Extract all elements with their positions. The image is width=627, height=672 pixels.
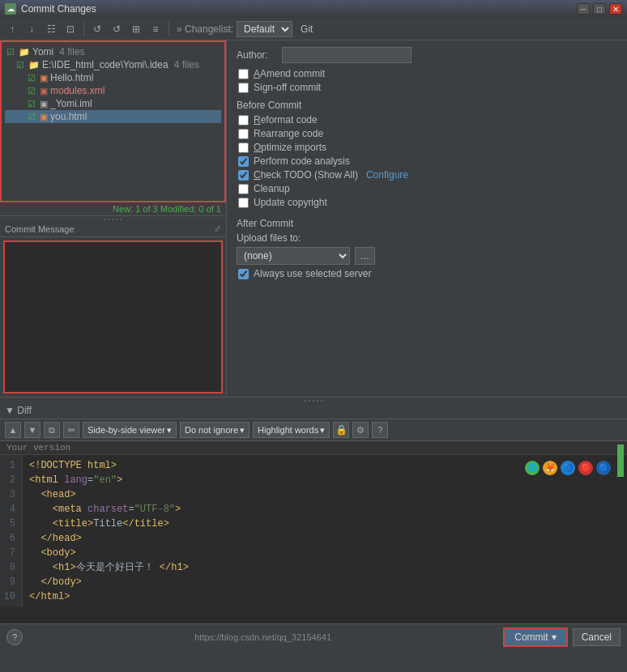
toolbar-btn-5[interactable]: ↺ bbox=[88, 20, 106, 38]
lock-icon-btn[interactable]: 🔒 bbox=[333, 422, 349, 438]
browser-icon-ie: 🔵 bbox=[561, 461, 575, 475]
author-row: Author: bbox=[237, 47, 617, 63]
author-input[interactable] bbox=[282, 47, 412, 63]
perform-checkbox[interactable] bbox=[238, 156, 249, 167]
copyright-checkbox[interactable] bbox=[238, 198, 249, 208]
folder-icon-idea: 📁 bbox=[28, 60, 40, 70]
commit-expand-icon[interactable]: ⤢ bbox=[214, 223, 221, 234]
upload-row: Upload files to: bbox=[237, 232, 617, 244]
diff-up-btn[interactable]: ▲ bbox=[5, 422, 21, 438]
code-line-10: </html> bbox=[29, 589, 621, 604]
code-lines-container: 1 2 3 4 5 6 7 8 9 10 <!DOCTYPE html> <ht… bbox=[0, 455, 627, 607]
close-button[interactable]: ✕ bbox=[609, 3, 622, 15]
toolbar-separator-2 bbox=[168, 22, 169, 36]
help-icon-btn[interactable]: ? bbox=[372, 422, 388, 438]
ignore-arrow: ▾ bbox=[240, 425, 245, 436]
perform-label[interactable]: Perform code analysis bbox=[254, 155, 350, 167]
checktodo-row: Check TODO (Show All) Configure bbox=[237, 169, 617, 181]
optimize-label[interactable]: Optimize imports bbox=[254, 142, 326, 153]
toolbar-btn-7[interactable]: ⊞ bbox=[127, 20, 145, 38]
alwaysuse-label[interactable]: Always use selected server bbox=[254, 268, 371, 279]
toolbar-btn-8[interactable]: ≡ bbox=[147, 20, 164, 38]
code-line-4: <meta charset="UTF-8"> bbox=[29, 502, 621, 517]
toolbar-btn-4[interactable]: ⊡ bbox=[62, 20, 79, 38]
diff-header: ▼ Diff bbox=[0, 402, 627, 419]
alwaysuse-checkbox[interactable] bbox=[238, 269, 249, 279]
browser-icon-firefox: 🦊 bbox=[543, 461, 557, 475]
tree-item-yomi[interactable]: ☑ 📁 Yomi 4 files bbox=[5, 45, 221, 58]
upload-more-button[interactable]: … bbox=[355, 247, 375, 265]
rearrange-label[interactable]: Rearrange code bbox=[254, 128, 323, 139]
commit-section: Commit Message ⤢ bbox=[0, 221, 226, 397]
maximize-button[interactable]: □ bbox=[593, 3, 606, 15]
diff-section: • • • • • ▼ Diff ▲ ▼ ⧉ ✏ Side-by-side vi… bbox=[0, 397, 627, 623]
minimize-button[interactable]: ─ bbox=[577, 3, 590, 15]
check-icon-modules: ☑ bbox=[28, 86, 37, 96]
changelist-label: » Changelist: bbox=[177, 23, 233, 35]
viewer-label: Side-by-side viewer bbox=[87, 425, 165, 435]
checktodo-label[interactable]: Check TODO (Show All) bbox=[254, 169, 358, 181]
toolbar-btn-6[interactable]: ↺ bbox=[108, 20, 126, 38]
tree-label-yomi: Yomi bbox=[32, 46, 53, 57]
upload-select[interactable]: (none) FTP SFTP bbox=[237, 247, 350, 265]
help-button[interactable]: ? bbox=[6, 629, 23, 645]
check-icon-yomiiml: ☑ bbox=[28, 99, 37, 109]
tree-item-modules[interactable]: ☑ ▣ modules.xml bbox=[5, 84, 221, 97]
tree-item-yomiiml[interactable]: ☑ ▣ _Yomi.iml bbox=[5, 97, 221, 110]
code-line-9: </body> bbox=[29, 575, 621, 589]
toolbar-btn-1[interactable]: ↑ bbox=[3, 20, 21, 38]
file-icon-yomiiml: ▣ bbox=[40, 99, 48, 109]
amend-label[interactable]: AAmend commit bbox=[254, 68, 325, 79]
code-line-5: <title>Title</title> bbox=[29, 517, 621, 531]
tree-meta-idea: 4 files bbox=[174, 59, 199, 70]
optimize-checkbox[interactable] bbox=[238, 142, 249, 153]
checktodo-checkbox[interactable] bbox=[238, 170, 249, 181]
ln-3: 3 bbox=[3, 487, 15, 502]
cleanup-label[interactable]: Cleanup bbox=[254, 183, 290, 194]
signoff-label[interactable]: Sign-off commit bbox=[254, 82, 321, 93]
changed-indicator bbox=[617, 444, 624, 477]
commit-button[interactable]: Commit ▾ bbox=[503, 627, 567, 647]
toolbar: ↑ ↓ ☷ ⊡ ↺ ↺ ⊞ ≡ » Changelist: Default Gi… bbox=[0, 18, 627, 40]
signoff-row: Sign-off commit bbox=[237, 82, 617, 93]
changelist-select[interactable]: Default bbox=[237, 21, 292, 37]
bottom-bar: ? https://blog.csdn.net/qq_32154641 Comm… bbox=[0, 623, 627, 649]
tree-meta-yomi: 4 files bbox=[59, 46, 84, 57]
tree-item-hello[interactable]: ☑ ▣ Hello.html bbox=[5, 71, 221, 84]
ln-8: 8 bbox=[3, 560, 15, 575]
tree-label-hello: Hello.html bbox=[50, 72, 93, 83]
ln-10: 10 bbox=[3, 589, 15, 604]
code-line-7: <body> bbox=[29, 546, 621, 560]
configure-link[interactable]: Configure bbox=[366, 169, 408, 181]
toolbar-btn-3[interactable]: ☷ bbox=[42, 20, 60, 38]
title-bar: ☁ Commit Changes ─ □ ✕ bbox=[0, 0, 627, 18]
ln-9: 9 bbox=[3, 575, 15, 589]
diff-copy-btn[interactable]: ⧉ bbox=[44, 422, 60, 438]
tree-item-you[interactable]: ☑ ▣ you.html bbox=[5, 110, 221, 123]
signoff-checkbox[interactable] bbox=[238, 83, 249, 93]
cancel-button[interactable]: Cancel bbox=[573, 628, 621, 646]
check-icon-idea: ☑ bbox=[16, 60, 26, 70]
amend-checkbox[interactable] bbox=[238, 69, 249, 79]
rearrange-checkbox[interactable] bbox=[238, 129, 249, 139]
perform-row: Perform code analysis bbox=[237, 155, 617, 167]
reformat-label[interactable]: Reformat code bbox=[254, 114, 318, 125]
copyright-label[interactable]: Update copyright bbox=[254, 197, 327, 208]
reformat-checkbox[interactable] bbox=[238, 115, 249, 125]
settings-icon-btn[interactable]: ⚙ bbox=[352, 422, 369, 438]
reformat-row: Reformat code bbox=[237, 114, 617, 125]
line-numbers: 1 2 3 4 5 6 7 8 9 10 bbox=[0, 455, 23, 607]
diff-edit-btn[interactable]: ✏ bbox=[63, 422, 79, 438]
tree-item-idea[interactable]: ☑ 📁 E:\IDE_html_code\Yomi\.idea 4 files bbox=[5, 58, 221, 71]
ignore-select-btn[interactable]: Do not ignore ▾ bbox=[180, 422, 250, 438]
diff-down-btn[interactable]: ▼ bbox=[24, 422, 41, 438]
highlight-btn[interactable]: Highlight words ▾ bbox=[253, 422, 330, 438]
cleanup-checkbox[interactable] bbox=[238, 184, 249, 194]
tree-label-modules: modules.xml bbox=[50, 85, 104, 96]
upper-content: ☑ 📁 Yomi 4 files ☑ 📁 E:\IDE_html_code\Yo… bbox=[0, 40, 627, 397]
version-label: Your version bbox=[0, 441, 627, 455]
commit-message-textarea[interactable] bbox=[3, 240, 223, 393]
toolbar-btn-2[interactable]: ↓ bbox=[23, 20, 41, 38]
highlight-label: Highlight words bbox=[258, 425, 318, 435]
viewer-select-btn[interactable]: Side-by-side viewer ▾ bbox=[83, 422, 177, 438]
